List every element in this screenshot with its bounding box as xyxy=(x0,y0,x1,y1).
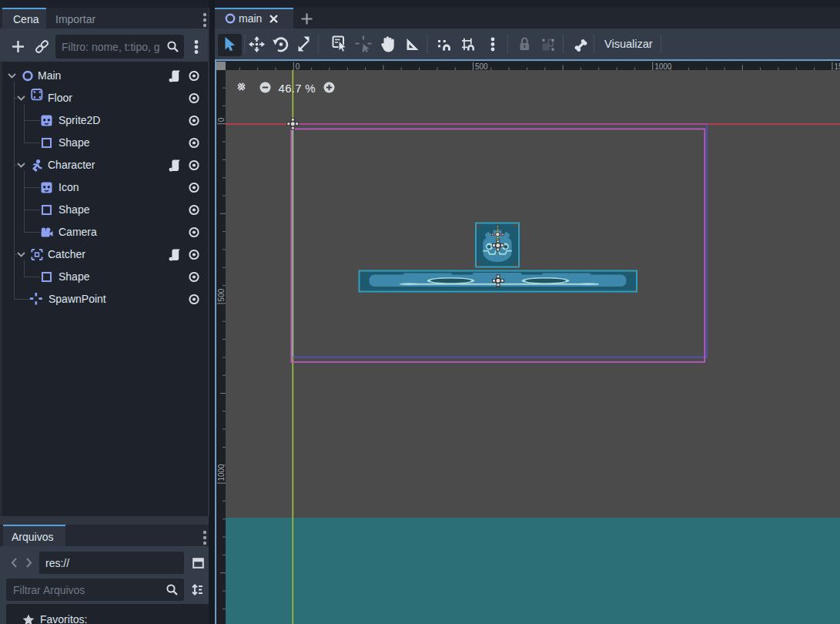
svg-text:1500: 1500 xyxy=(834,62,840,70)
svg-text:500: 500 xyxy=(217,288,226,301)
svg-text:0: 0 xyxy=(295,62,300,70)
svg-text:1000: 1000 xyxy=(654,62,672,70)
svg-text:500: 500 xyxy=(475,62,488,70)
svg-text:0: 0 xyxy=(217,117,226,122)
svg-text:1000: 1000 xyxy=(217,464,226,481)
